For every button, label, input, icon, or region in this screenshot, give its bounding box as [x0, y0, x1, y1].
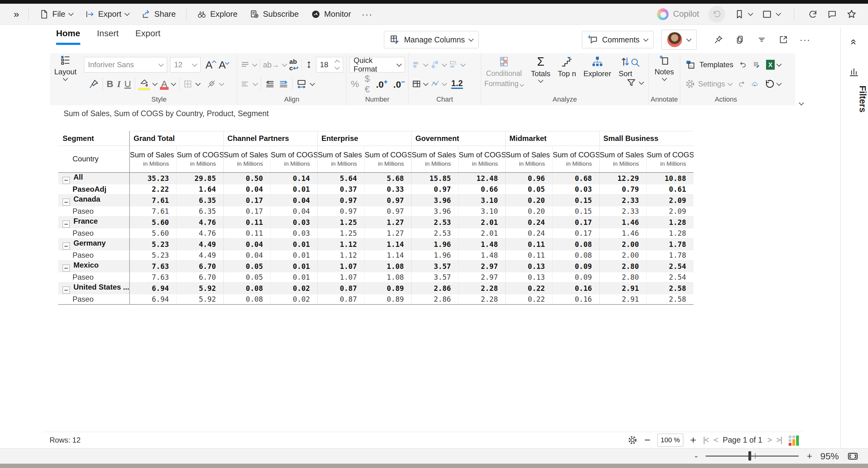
combo-chart-icon[interactable]	[449, 60, 459, 70]
data-cell[interactable]: 3.96	[411, 206, 459, 216]
measure-column-header[interactable]: Sum of Salesin Millions	[129, 146, 177, 172]
data-cell[interactable]: 2.80	[600, 261, 647, 272]
quick-format-select[interactable]: Quick Format	[349, 57, 405, 72]
monitor-button[interactable]: Monitor	[305, 4, 357, 25]
column-width-icon[interactable]	[296, 79, 307, 89]
layout-button[interactable]: Layout	[50, 53, 81, 80]
data-cell[interactable]: 1.96	[411, 238, 459, 250]
column-group-header[interactable]: Grand Total	[129, 131, 223, 146]
data-cell[interactable]: 5.23	[129, 238, 177, 250]
undo-icon[interactable]	[739, 60, 746, 70]
data-cell[interactable]: 0.89	[365, 282, 411, 294]
data-cell[interactable]: 0.97	[365, 206, 411, 216]
zoom-slider-knob[interactable]	[748, 451, 751, 461]
data-cell[interactable]: 0.11	[505, 250, 553, 261]
canvas-zoom-in[interactable]: +	[807, 451, 812, 462]
data-cell[interactable]: 2.54	[646, 272, 693, 282]
data-cell[interactable]: 0.17	[223, 206, 271, 216]
data-cell[interactable]: 0.17	[553, 216, 600, 228]
data-cell[interactable]: 1.27	[365, 216, 411, 228]
data-cell[interactable]: 1.12	[318, 250, 365, 261]
data-cell[interactable]: 6.70	[177, 272, 224, 282]
column-group-header[interactable]: Midmarket	[505, 131, 599, 146]
row-header[interactable]: Paseo	[58, 228, 129, 238]
data-cell[interactable]: 0.05	[223, 261, 271, 272]
country-corner-header[interactable]: Country	[58, 146, 129, 172]
first-page-button[interactable]: |<	[703, 435, 709, 445]
data-cell[interactable]: 0.97	[318, 206, 365, 216]
pin-button[interactable]	[710, 32, 726, 48]
data-cell[interactable]: 2.97	[459, 261, 506, 272]
data-cell[interactable]: 1.14	[365, 250, 411, 261]
data-cell[interactable]: 5.60	[129, 216, 177, 228]
format-painter-icon[interactable]	[89, 79, 99, 89]
data-cell[interactable]: 0.97	[365, 195, 411, 206]
data-cell[interactable]: 2.28	[459, 282, 506, 294]
data-cell[interactable]: 1.25	[318, 228, 365, 238]
explorer-button[interactable]: Explorer	[584, 56, 611, 78]
view-button[interactable]	[762, 9, 780, 20]
data-cell[interactable]: 0.11	[223, 216, 271, 228]
data-cell[interactable]: 10.88	[646, 172, 693, 184]
collapse-icon[interactable]	[63, 242, 70, 249]
explore-button[interactable]: Explore	[191, 4, 244, 25]
search-icon[interactable]	[630, 57, 641, 68]
data-cell[interactable]: 1.78	[646, 238, 693, 250]
star-icon[interactable]	[846, 9, 857, 20]
prev-page-button[interactable]: <	[714, 435, 718, 445]
hierarchy-chart-icon[interactable]	[430, 60, 440, 70]
data-cell[interactable]: 0.02	[271, 294, 318, 304]
data-cell[interactable]: 3.57	[411, 272, 459, 282]
measure-column-header[interactable]: Sum of COGSin Millions	[177, 146, 224, 172]
data-cell[interactable]: 2.00	[600, 250, 647, 261]
subscribe-button[interactable]: Subscribe	[244, 4, 305, 25]
data-cell[interactable]: 35.23	[129, 172, 177, 184]
bar-chart-icon[interactable]	[411, 60, 422, 70]
data-cell[interactable]: 3.96	[411, 195, 459, 206]
collapse-icon[interactable]	[63, 221, 70, 228]
collapse-icon[interactable]	[63, 177, 70, 184]
measure-column-header[interactable]: Sum of Salesin Millions	[505, 146, 553, 172]
data-cell[interactable]: 0.79	[600, 184, 647, 195]
data-cell[interactable]: 0.87	[318, 282, 365, 294]
data-cell[interactable]: 7.63	[129, 261, 177, 272]
fit-to-screen-icon[interactable]	[847, 450, 859, 462]
data-cell[interactable]: 7.61	[129, 206, 177, 216]
canvas-zoom-out[interactable]: -	[694, 451, 698, 462]
tab-insert[interactable]: Insert	[97, 29, 119, 43]
data-cell[interactable]: 0.33	[365, 184, 411, 195]
collapse-icon[interactable]	[63, 265, 70, 272]
manage-columns-button[interactable]: Manage Columns	[384, 31, 479, 48]
data-cell[interactable]: 0.24	[505, 216, 553, 228]
data-cell[interactable]: 0.02	[271, 282, 318, 294]
data-cell[interactable]: 0.15	[553, 206, 600, 216]
chevron-down-icon[interactable]	[310, 80, 315, 86]
data-cell[interactable]: 6.94	[129, 294, 177, 304]
data-cell[interactable]: 0.17	[223, 195, 271, 206]
row-header[interactable]: PaseoAdj	[58, 184, 129, 195]
data-cell[interactable]: 12.48	[459, 172, 506, 184]
row-header[interactable]: Paseo	[58, 250, 129, 261]
data-cell[interactable]: 0.66	[459, 184, 506, 195]
data-cell[interactable]: 0.04	[223, 184, 271, 195]
clear-format-icon[interactable]	[207, 79, 216, 89]
data-cell[interactable]: 5.92	[177, 282, 224, 294]
bookmarks-button[interactable]	[735, 9, 752, 19]
tab-home[interactable]: Home	[56, 29, 80, 45]
data-cell[interactable]: 0.14	[271, 172, 318, 184]
canvas-zoom-slider[interactable]	[706, 456, 799, 457]
indent-icon[interactable]	[279, 79, 288, 89]
data-cell[interactable]: 0.37	[318, 184, 365, 195]
data-cell[interactable]: 0.15	[553, 195, 600, 206]
row-height-input[interactable]: 18	[316, 57, 343, 72]
data-cell[interactable]: 1.78	[646, 250, 693, 261]
data-cell[interactable]: 1.08	[365, 261, 411, 272]
data-cell[interactable]: 0.87	[318, 294, 365, 304]
horizontal-align-icon[interactable]	[241, 79, 250, 89]
decrease-decimal-button[interactable]: .0−	[393, 78, 405, 90]
excel-export-button[interactable]: X	[766, 60, 781, 70]
row-header[interactable]: Paseo	[58, 294, 129, 304]
data-cell[interactable]: 1.64	[177, 184, 224, 195]
visual-more-options[interactable]: ···	[797, 32, 813, 48]
data-cell[interactable]: 4.76	[177, 228, 224, 238]
